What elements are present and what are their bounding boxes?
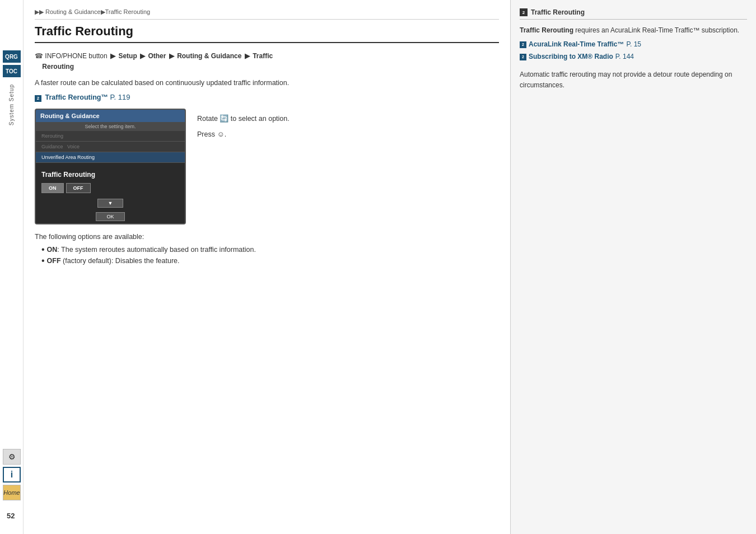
settings-icon-button[interactable]: ⚙ xyxy=(3,449,21,465)
right-note: Automatic traffic rerouting may not prov… xyxy=(520,69,747,91)
right-body-text1: requires an AcuraLink Real-Time Traffic™… xyxy=(573,26,739,34)
device-ok-label-row[interactable]: OK xyxy=(36,210,185,223)
info-icon-button[interactable]: i xyxy=(3,467,21,483)
device-screen-header: Routing & Guidance xyxy=(36,110,185,122)
option-on: • ON: The system reroutes automatically … xyxy=(41,244,499,255)
option-off-text: OFF (factory default): Disables the feat… xyxy=(47,255,180,266)
options-section: The following options are available: • O… xyxy=(35,233,499,266)
right-link-acuralink-icon: 2 xyxy=(520,41,526,48)
device-screen: Routing & Guidance Select the setting it… xyxy=(35,109,186,224)
section-label: System Setup xyxy=(8,84,15,125)
home-icon-button[interactable]: Home xyxy=(3,485,21,500)
link1-text: Traffic Rerouting™ xyxy=(45,93,108,101)
right-section-icon: 2 xyxy=(520,8,528,16)
instruction-press: Press ☺. xyxy=(197,129,290,140)
link1-page-ref: P. 119 xyxy=(110,93,130,101)
device-ok-row[interactable]: ▼ xyxy=(36,196,185,210)
instruction-rotate: Rotate 🔄 to select an option. xyxy=(197,113,290,124)
press-icon: ☺ xyxy=(217,130,224,138)
right-link-xm-icon: 2 xyxy=(520,54,526,60)
content-row: Routing & Guidance Select the setting it… xyxy=(35,109,499,224)
right-header-text: Traffic Rerouting xyxy=(531,8,585,16)
bullet-on: • xyxy=(41,244,45,255)
right-link-acuralink-page: P. 15 xyxy=(627,39,641,50)
bottom-icons: ⚙ i Home xyxy=(0,449,24,500)
page-title: Traffic Rerouting xyxy=(35,24,499,43)
menu-item-rerouting: Rerouting xyxy=(36,131,185,142)
phone-icon: ☎ xyxy=(35,52,43,60)
right-link-acuralink[interactable]: 2 AcuraLink Real-Time Traffic™ P. 15 xyxy=(520,39,747,50)
right-link-xm-page: P. 144 xyxy=(615,51,634,62)
menu-item-blank xyxy=(36,163,185,167)
right-link-xm-text: Subscribing to XM® Radio xyxy=(529,51,613,62)
options-intro: The following options are available: xyxy=(35,233,499,241)
breadcrumb-text: ▶▶ Routing & Guidance▶Traffic Rerouting xyxy=(35,8,150,15)
option-off: • OFF (factory default): Disables the fe… xyxy=(41,255,499,266)
instruction-path: ☎ INFO/PHONE button ▶ Setup ▶ Other ▶ Ro… xyxy=(35,51,499,72)
device-toggle-row[interactable]: ON OFF xyxy=(36,182,185,196)
toc-button[interactable]: TOC xyxy=(3,65,21,77)
menu-item-guidance: Guidance Voice xyxy=(36,142,185,152)
right-panel: 2 Traffic Rerouting Traffic Rerouting re… xyxy=(511,0,756,534)
page-number: 52 xyxy=(7,512,15,520)
right-link-acuralink-text: AcuraLink Real-Time Traffic™ xyxy=(529,39,624,50)
right-section-header: 2 Traffic Rerouting xyxy=(520,8,747,20)
menu-item-unverified: Unverified Area Routing xyxy=(36,152,185,163)
screen-instructions: Rotate 🔄 to select an option. Press ☺. xyxy=(197,109,290,140)
breadcrumb: ▶▶ Routing & Guidance▶Traffic Rerouting xyxy=(35,8,499,20)
body-text: A faster route can be calculated based o… xyxy=(35,78,499,88)
right-bold-term: Traffic Rerouting xyxy=(520,26,573,34)
device-traffic-label: Traffic Rerouting xyxy=(36,167,185,182)
option-on-text: ON: The system reroutes automatically ba… xyxy=(47,244,256,255)
toggle-off-btn[interactable]: OFF xyxy=(66,183,91,193)
ok-label[interactable]: OK xyxy=(96,212,124,221)
right-body: Traffic Rerouting requires an AcuraLink … xyxy=(520,25,747,63)
device-screen-subheader: Select the setting item. xyxy=(36,122,185,131)
rotate-icon: 🔄 xyxy=(220,114,228,123)
main-content: ▶▶ Routing & Guidance▶Traffic Rerouting … xyxy=(24,0,511,534)
bullet-off: • xyxy=(41,255,45,266)
qrg-button[interactable]: QRG xyxy=(3,50,21,63)
toggle-on-btn[interactable]: ON xyxy=(41,183,64,193)
right-link-xm[interactable]: 2 Subscribing to XM® Radio P. 144 xyxy=(520,51,747,62)
link-icon: 2 xyxy=(35,95,41,102)
ok-button[interactable]: ▼ xyxy=(97,199,124,208)
traffic-rerouting-link[interactable]: 2 Traffic Rerouting™ P. 119 xyxy=(35,93,499,102)
